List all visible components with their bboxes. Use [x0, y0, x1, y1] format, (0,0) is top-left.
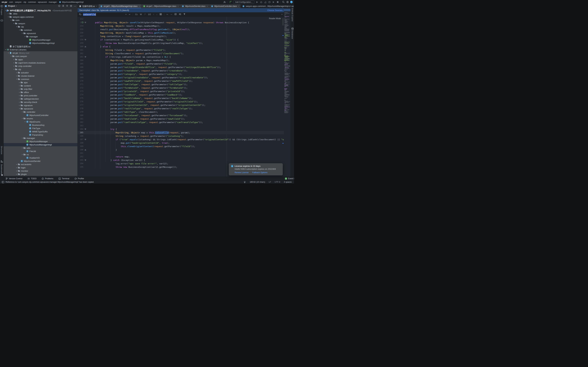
tree-chevron-icon[interactable]: ▸ [18, 105, 20, 106]
code-line[interactable]: 157 long contentSize = (long)request.get… [78, 34, 284, 38]
collapse-all-icon[interactable] [66, 5, 69, 7]
code-line[interactable]: 173 param.put("privateId", request.getPa… [78, 90, 284, 93]
tree-item[interactable]: ▸ext.testinfo [3, 163, 78, 166]
line-number[interactable]: 158 [78, 38, 83, 42]
tool-window-button-profiler[interactable]: Profiler [74, 177, 84, 180]
tree-chevron-icon[interactable]: ▾ [21, 33, 23, 34]
line-number[interactable]: 172 [78, 86, 83, 90]
words-toggle[interactable]: W [140, 13, 142, 16]
line-number[interactable]: 160 [78, 45, 83, 48]
line-number[interactable]: 176 [78, 100, 83, 103]
tree-chevron-icon[interactable]: ▾ [21, 154, 23, 155]
fold-marker-icon[interactable] [85, 22, 86, 23]
tree-chevron-icon[interactable]: ▾ [4, 49, 7, 50]
indent-setting[interactable]: 4 spaces [284, 181, 292, 183]
tree-item[interactable]: ▸apps [3, 58, 78, 61]
tree-item[interactable]: ▾on.jarlibrary root [3, 51, 78, 55]
tab-close-icon[interactable]: × [96, 5, 97, 7]
tree-chevron-icon[interactable]: ▸ [16, 170, 18, 172]
code-line[interactable]: 172 param.put("formDataId", request.getP… [78, 86, 284, 90]
select-all-matches-icon[interactable] [160, 13, 162, 16]
code-line[interactable]: 167 param.put("createDate", request.getP… [78, 69, 284, 72]
tree-item[interactable]: ▾CWpsEnums [3, 120, 78, 123]
tool-window-button-terminal[interactable]: Terminal [58, 177, 69, 180]
tree-item[interactable]: CWpsAssistController [3, 114, 78, 117]
line-number[interactable]: 163 [78, 55, 83, 59]
stripe-label-database[interactable]: Database [291, 30, 293, 39]
code-line[interactable]: 168 param.put("category", request.getPar… [78, 72, 284, 76]
editor-tab[interactable]: Con.jar!/.../WpsAssistManagerImpl.class× [99, 4, 141, 8]
tree-item[interactable]: ▸office [3, 91, 78, 94]
tree-chevron-icon[interactable]: ▾ [21, 137, 23, 139]
tree-item[interactable]: EFileType [3, 127, 78, 130]
tree-chevron-icon[interactable]: ▾ [13, 68, 15, 70]
tab-close-icon[interactable]: × [139, 5, 140, 7]
tree-item[interactable]: ▸ocip.filter [3, 87, 78, 91]
renew-license-link[interactable]: Renew License [235, 171, 249, 174]
tree-item[interactable]: ▸.idea [3, 12, 78, 15]
tree-item[interactable]: CWpsAssistServlet [3, 159, 78, 163]
fallback-options-link[interactable]: Fallback Options [252, 171, 268, 174]
tree-item[interactable]: CWpsAssistManagerImpl [3, 42, 78, 45]
fold-marker-icon[interactable] [85, 128, 86, 130]
search-everywhere-icon[interactable] [282, 1, 285, 3]
match-case-toggle[interactable]: Cc [135, 13, 138, 16]
tree-chevron-icon[interactable]: ▾ [16, 26, 18, 27]
copilot-icon[interactable] [291, 5, 294, 8]
tree-item[interactable]: ▾seeyon [3, 22, 78, 25]
code-line[interactable]: 170 param.put("newPdfFileId", request.ge… [78, 79, 284, 83]
remove-occurrence-icon[interactable]: −▫ [171, 13, 172, 16]
tree-item[interactable]: ▾wpsassist [3, 32, 78, 35]
line-number[interactable]: 159 [78, 42, 83, 45]
line-number[interactable]: 179 [78, 110, 83, 114]
line-number[interactable]: 175 [78, 97, 83, 100]
line-number[interactable]: 168 [78, 72, 83, 76]
tree-item[interactable]: ▾controller [3, 110, 78, 114]
code-line[interactable]: 193 } catch (Exception var12) { [78, 158, 284, 162]
tree-item[interactable]: ▾manager [3, 35, 78, 38]
tree-chevron-icon[interactable]: ▾ [13, 23, 15, 24]
prev-match-icon[interactable]: ↑ [153, 13, 154, 16]
tree-item[interactable]: IWpsAssistManager [3, 38, 78, 42]
tree-item[interactable]: ▾common [3, 28, 78, 32]
code-line[interactable]: 154 Map<String, Object> result = Maps.ne… [78, 24, 284, 28]
editor-tab[interactable]: 包操作说明.txt× [78, 4, 99, 8]
run-anything-icon[interactable] [272, 1, 275, 3]
code-line[interactable]: 183 [78, 124, 284, 127]
line-number[interactable]: 180 [78, 114, 83, 117]
line-number[interactable]: 171 [78, 83, 83, 86]
tree-chevron-icon[interactable]: ▸ [13, 62, 15, 64]
tree-chevron-icon[interactable]: ▸ [16, 75, 18, 77]
tree-item[interactable]: ▾common [3, 77, 78, 81]
tree-chevron-icon[interactable]: ▾ [16, 78, 18, 80]
code-line[interactable]: 177 param.put("originalContentId", reque… [78, 103, 284, 107]
line-number[interactable]: 156 [78, 31, 83, 34]
line-number[interactable]: 155 [78, 28, 83, 31]
tree-item[interactable]: ▸cmp.controller [3, 64, 78, 68]
code-editor[interactable]: Reader Mode 152153↑ public Map<String, O… [78, 17, 284, 177]
settings-gear-icon[interactable] [286, 1, 289, 3]
code-line[interactable]: 163 if (!Strings.isBlank(fileId) && cont… [78, 55, 284, 59]
debug-icon[interactable] [260, 1, 262, 3]
line-number[interactable]: 162 [78, 52, 83, 55]
tree-item[interactable]: ▾vo [3, 153, 78, 156]
line-number[interactable]: 187 [78, 138, 83, 141]
code-line[interactable]: 153↑ public Map<String, Object> saveFile… [78, 21, 284, 24]
breadcrumb-item[interactable]: on.jar [2, 1, 7, 3]
code-line[interactable]: 160 } else { [78, 45, 284, 48]
tree-chevron-icon[interactable]: ▸ [13, 59, 15, 60]
tree-chevron-icon[interactable]: ▾ [21, 118, 23, 119]
line-number[interactable]: 169 [78, 76, 83, 79]
line-number[interactable]: 173 [78, 90, 83, 93]
code-line[interactable]: 191 [78, 151, 284, 155]
editor-tab[interactable]: Cseeyon-apps-common/.../WpsAssistManager… [241, 4, 294, 8]
tree-item[interactable]: ▸ajax [3, 81, 78, 84]
search-history-caret[interactable]: ▾ [81, 14, 82, 15]
stop-icon[interactable] [276, 1, 279, 3]
line-number[interactable]: 191 [78, 151, 83, 155]
code-line[interactable]: 189 this.cloneOrigianlContent(request.ge… [78, 145, 284, 148]
hide-panel-icon[interactable]: — [73, 5, 77, 7]
fold-marker-icon[interactable] [85, 149, 86, 150]
line-number[interactable]: 195 [78, 165, 83, 169]
breadcrumb-item[interactable]: manager [49, 1, 57, 3]
